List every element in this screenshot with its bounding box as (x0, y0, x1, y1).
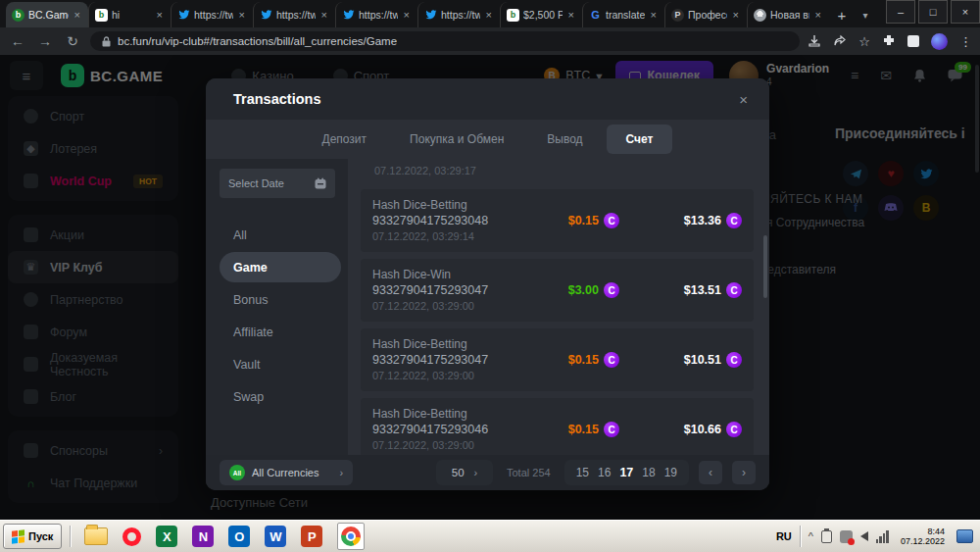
transaction-balance: $13.36C (619, 213, 742, 228)
tab-deposit[interactable]: Депозит (303, 125, 387, 154)
page-16[interactable]: 16 (598, 466, 611, 479)
start-button[interactable]: Пуск (3, 524, 62, 549)
transactions-modal: Transactions × Депозит Покупка и Обмен В… (206, 78, 769, 490)
tab-close-icon[interactable]: × (484, 9, 494, 21)
file-explorer-icon[interactable] (84, 527, 108, 545)
filter-bonus[interactable]: Bonus (220, 284, 336, 315)
browser-menu-icon[interactable]: ⋮ (959, 34, 972, 49)
transaction-amount: $3.00C (512, 282, 619, 298)
browser-tab-twitter-4[interactable]: https://tw × (417, 2, 500, 27)
twitter-icon (424, 9, 437, 22)
transaction-amount: $0.15C (512, 352, 619, 368)
all-currencies-button[interactable]: All All Currencies › (220, 460, 353, 485)
close-window-button[interactable]: × (951, 0, 980, 24)
new-tab-button[interactable]: + (829, 2, 855, 27)
clipboard-tray-icon[interactable] (821, 530, 832, 543)
bcgame-favicon: b (12, 9, 24, 22)
coin-icon: C (726, 422, 742, 437)
browser-tab-promo[interactable]: b $2,500 Pr × (500, 2, 582, 27)
browser-tab-translate[interactable]: G translate × (582, 2, 664, 27)
minimize-button[interactable]: – (886, 0, 915, 24)
transaction-row-partial[interactable]: 07.12.2022, 03:29:17 (361, 159, 754, 182)
profile-avatar-icon[interactable] (931, 33, 948, 50)
notification-tray-icon[interactable] (840, 530, 853, 543)
transaction-title: Hash Dice-Betting (372, 406, 512, 422)
browser-tab-hi[interactable]: b hi × (88, 2, 171, 27)
transaction-row[interactable]: Hash Dice-Win 93327904175293047 07.12.20… (361, 259, 754, 322)
share-icon[interactable] (833, 34, 847, 48)
network-signal-icon[interactable] (876, 530, 889, 543)
onenote-icon[interactable]: N (192, 526, 214, 547)
modal-close-icon[interactable]: × (739, 91, 748, 108)
browser-tab-bcgame[interactable]: b BC.Game × (6, 2, 88, 27)
back-button[interactable]: ← (8, 33, 27, 49)
install-icon[interactable] (808, 34, 821, 48)
tab-close-icon[interactable]: × (237, 9, 247, 21)
chevron-right-icon: › (339, 467, 343, 478)
transaction-row[interactable]: Hash Dice-Betting 93327904175293046 07.1… (361, 398, 754, 455)
browser-tab-newtab[interactable]: Новая вк × (747, 2, 829, 27)
tab-withdraw[interactable]: Вывод (527, 125, 602, 154)
browser-tab-twitter-1[interactable]: https://tw × (171, 2, 253, 27)
filter-vault[interactable]: Vault (220, 349, 336, 379)
select-date-button[interactable]: Select Date (220, 169, 335, 198)
prev-page-button[interactable]: ‹ (699, 461, 722, 484)
windows-taskbar: Пуск X N O W P RU ^ 8:44 07.12.2022 (0, 520, 980, 552)
word-icon[interactable]: W (265, 526, 286, 547)
tab-buy-exchange[interactable]: Покупка и Обмен (390, 125, 523, 154)
page-15[interactable]: 15 (576, 466, 589, 479)
bookmark-star-icon[interactable]: ☆ (858, 34, 870, 49)
transaction-time: 07.12.2022, 03:29:00 (372, 368, 512, 383)
browser-tab-profession[interactable]: P Профессо × (664, 2, 747, 27)
chrome-taskbar-button[interactable] (337, 523, 365, 550)
filter-all[interactable]: All (220, 220, 336, 250)
extension-icon[interactable] (907, 35, 919, 47)
page-17-current[interactable]: 17 (619, 466, 633, 479)
transaction-list: 07.12.2022, 03:29:17 Hash Dice-Betting 9… (348, 159, 769, 455)
hidden-icons-caret[interactable]: ^ (808, 530, 813, 542)
taskbar-clock[interactable]: 8:44 07.12.2022 (901, 527, 945, 547)
tab-close-icon[interactable]: × (731, 9, 741, 21)
tab-close-icon[interactable]: × (566, 9, 576, 21)
list-scrollbar[interactable] (763, 235, 767, 298)
extensions-puzzle-icon[interactable] (882, 34, 896, 48)
transaction-row[interactable]: Hash Dice-Betting 93327904175293047 07.1… (361, 328, 754, 391)
excel-icon[interactable]: X (156, 526, 177, 547)
page-19[interactable]: 19 (664, 466, 677, 479)
google-icon: G (589, 9, 602, 22)
tab-close-icon[interactable]: × (813, 9, 823, 21)
show-desktop-button[interactable] (956, 529, 973, 543)
transaction-row[interactable]: Hash Dice-Betting 93327904175293048 07.1… (361, 189, 754, 252)
tab-bill[interactable]: Счет (607, 125, 673, 154)
bcgame-favicon: b (507, 9, 519, 22)
next-page-button[interactable]: › (732, 461, 756, 484)
page-18[interactable]: 18 (642, 466, 655, 479)
browser-tab-twitter-3[interactable]: https://tw × (335, 2, 417, 27)
transaction-balance: $10.66C (619, 422, 742, 437)
tab-close-icon[interactable]: × (402, 9, 412, 21)
tab-close-icon[interactable]: × (73, 9, 82, 21)
tab-close-icon[interactable]: × (319, 9, 329, 21)
powerpoint-icon[interactable]: P (301, 526, 322, 547)
browser-tab-twitter-2[interactable]: https://tw × (253, 2, 335, 27)
restore-button[interactable]: □ (918, 0, 948, 24)
tab-close-icon[interactable]: × (155, 9, 165, 21)
transaction-title: Hash Dice-Betting (372, 197, 512, 213)
outlook-icon[interactable]: O (228, 526, 250, 547)
filter-game[interactable]: Game (220, 252, 341, 282)
address-bar[interactable]: bc.fun/ru/vip-club#/transactions/bill/al… (90, 31, 800, 51)
volume-icon[interactable] (860, 531, 868, 541)
system-tray: RU ^ 8:44 07.12.2022 (776, 526, 977, 547)
forward-button[interactable]: → (35, 33, 55, 49)
filter-swap[interactable]: Swap (220, 381, 336, 412)
opera-icon[interactable] (122, 527, 141, 546)
coin-icon: C (604, 352, 619, 368)
transaction-title: Hash Dice-Win (372, 267, 512, 282)
reload-button[interactable]: ↻ (63, 33, 82, 49)
tab-close-icon[interactable]: × (649, 9, 659, 21)
page-size-selector[interactable]: 50 › (436, 460, 493, 485)
language-indicator[interactable]: RU (776, 530, 792, 542)
filter-affiliate[interactable]: Affiliate (220, 317, 336, 347)
tab-list-chevron-icon[interactable]: ▾ (855, 2, 876, 27)
transaction-amount: $0.15C (512, 213, 619, 228)
